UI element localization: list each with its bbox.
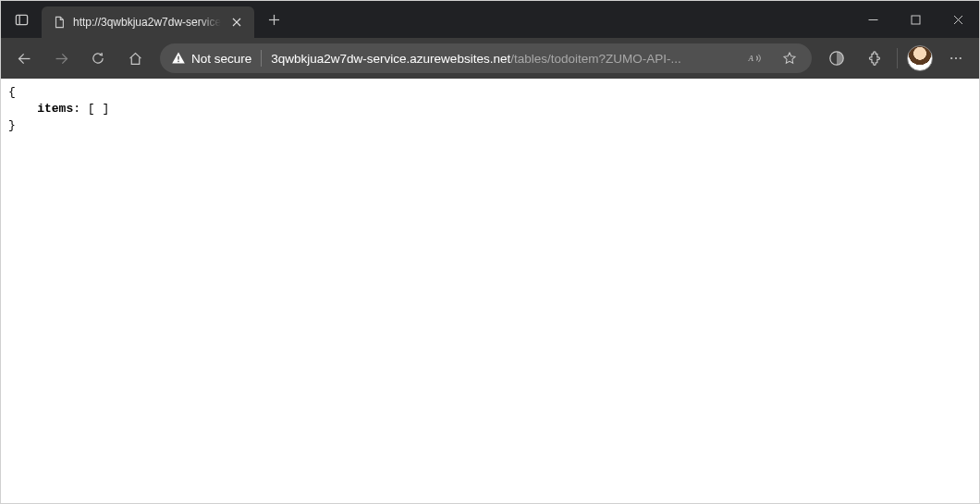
json-key: items (37, 102, 73, 116)
extensions-button[interactable] (856, 42, 891, 75)
svg-point-16 (950, 57, 952, 59)
toolbar-right (819, 42, 974, 75)
tab-close-button[interactable] (228, 14, 245, 31)
settings-menu-button[interactable] (938, 42, 974, 75)
back-button[interactable] (6, 42, 42, 75)
forward-button[interactable] (43, 42, 79, 75)
minimize-button[interactable] (851, 1, 894, 38)
read-aloud-button[interactable]: A (741, 45, 767, 71)
new-tab-button[interactable] (260, 6, 288, 33)
browser-tab-active[interactable]: http://3qwbkjua2w7dw-service.a (42, 6, 254, 38)
tab-title: http://3qwbkjua2w7dw-service.a (73, 16, 221, 29)
svg-text:A: A (748, 54, 754, 63)
maximize-icon (911, 15, 921, 25)
close-icon (232, 18, 241, 27)
window-controls (851, 1, 979, 38)
security-label-text: Not secure (191, 52, 251, 66)
svg-rect-13 (178, 61, 178, 62)
read-aloud-icon: A (747, 51, 762, 66)
page-icon (53, 16, 66, 29)
forward-icon (54, 51, 69, 67)
favorite-icon (782, 51, 797, 66)
json-value: : [ ] (73, 102, 109, 116)
svg-rect-0 (16, 15, 27, 24)
url-text: 3qwbkjua2w7dw-service.azurewebsites.net/… (271, 52, 732, 66)
url-host: 3qwbkjua2w7dw-service.azurewebsites.net (271, 52, 510, 66)
address-bar[interactable]: Not secure 3qwbkjua2w7dw-service.azurewe… (160, 43, 812, 73)
security-indicator[interactable]: Not secure (171, 51, 251, 66)
warning-icon (171, 51, 186, 66)
page-content: { items: [ ] } (1, 79, 979, 141)
window-close-button[interactable] (937, 1, 979, 38)
svg-rect-12 (178, 56, 178, 60)
settings-menu-icon (949, 51, 963, 66)
url-path: /tables/todoitem?ZUMO-API-... (510, 52, 681, 66)
plus-icon (268, 14, 280, 26)
back-icon (17, 51, 32, 67)
close-icon (953, 15, 963, 25)
tab-actions-button[interactable] (1, 1, 42, 38)
divider (261, 50, 262, 67)
json-line: } (8, 118, 16, 132)
svg-rect-7 (912, 16, 920, 24)
browser-essentials-button[interactable] (819, 42, 854, 75)
svg-point-18 (960, 57, 962, 59)
favorite-button[interactable] (777, 45, 802, 71)
browser-essentials-icon (828, 50, 845, 67)
tab-actions-icon (15, 13, 29, 27)
home-button[interactable] (117, 42, 153, 75)
minimize-icon (868, 15, 878, 25)
divider (897, 48, 898, 68)
json-line: { (8, 85, 16, 99)
toolbar: Not secure 3qwbkjua2w7dw-service.azurewe… (1, 38, 979, 79)
profile-avatar[interactable] (907, 45, 933, 71)
extensions-icon (866, 51, 882, 67)
svg-point-17 (955, 57, 957, 59)
titlebar: http://3qwbkjua2w7dw-service.a (1, 1, 979, 38)
refresh-icon (91, 51, 105, 66)
refresh-button[interactable] (80, 42, 116, 75)
home-icon (128, 51, 143, 67)
maximize-button[interactable] (894, 1, 937, 38)
